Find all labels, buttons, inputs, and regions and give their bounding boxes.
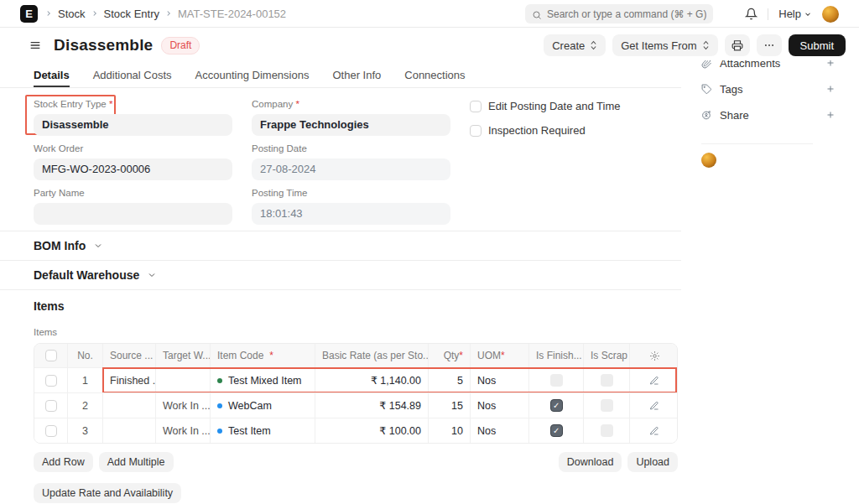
table-row: 3 Work In ... Test Item ₹ 100.00 10 Nos — [34, 418, 677, 443]
posting-date-field: 27-08-2024 — [252, 158, 450, 180]
col-source-warehouse[interactable]: Source ... — [103, 344, 156, 367]
add-tag-plus-icon[interactable] — [825, 84, 836, 94]
qty-cell[interactable]: 10 — [429, 418, 471, 443]
row-number[interactable]: 2 — [68, 393, 103, 418]
item-status-dot — [217, 429, 222, 434]
tab-accounting-dimensions[interactable]: Accounting Dimensions — [195, 62, 310, 87]
uom-cell[interactable]: Nos — [471, 418, 529, 443]
is-finished-checkbox[interactable] — [550, 424, 563, 437]
tab-other-info[interactable]: Other Info — [332, 62, 381, 87]
item-code-cell[interactable]: Test Item — [211, 418, 315, 443]
qty-cell[interactable]: 15 — [429, 393, 471, 418]
is-scrap-checkbox[interactable] — [601, 399, 613, 412]
get-items-from-button[interactable]: Get Items From — [612, 34, 717, 56]
edit-row-pencil-icon[interactable] — [630, 418, 678, 443]
download-button[interactable]: Download — [559, 452, 622, 472]
menu-icon[interactable] — [29, 39, 42, 52]
col-uom[interactable]: UOM — [471, 344, 529, 367]
breadcrumb: Stock Stock Entry MAT-STE-2024-00152 — [44, 8, 286, 20]
basic-rate-cell[interactable]: ₹ 154.89 — [315, 393, 429, 418]
item-status-dot — [217, 378, 222, 383]
source-warehouse-cell[interactable]: Finished ... — [103, 368, 156, 392]
inspection-required-checkbox[interactable]: Inspection Required — [470, 124, 586, 137]
party-name-field[interactable] — [34, 203, 232, 225]
page-header: Disassemble Draft Create Get Items From … — [0, 29, 859, 62]
help-menu[interactable]: Help — [778, 8, 812, 20]
chevron-down-icon — [804, 10, 812, 18]
add-attachment-plus-icon[interactable] — [825, 60, 836, 68]
work-order-label: Work Order — [34, 143, 232, 153]
col-target-warehouse[interactable]: Target W... — [156, 344, 211, 367]
more-actions-button[interactable] — [757, 34, 782, 56]
print-button[interactable] — [725, 34, 750, 56]
checkbox-icon — [470, 125, 482, 137]
submit-button[interactable]: Submit — [789, 34, 846, 56]
default-warehouse-section-toggle[interactable]: Default Warehouse — [0, 261, 681, 290]
sidebar-attachments[interactable]: Attachments — [701, 60, 836, 70]
create-button[interactable]: Create — [544, 34, 606, 56]
sidebar-tags[interactable]: Tags — [701, 82, 836, 96]
uom-cell[interactable]: Nos — [471, 393, 529, 418]
basic-rate-cell[interactable]: ₹ 1,140.00 — [315, 368, 429, 392]
edit-posting-date-checkbox[interactable]: Edit Posting Date and Time — [470, 100, 621, 112]
row-checkbox[interactable] — [45, 375, 57, 387]
table-settings-gear-icon[interactable] — [630, 344, 678, 367]
status-badge: Draft — [161, 37, 200, 55]
user-avatar[interactable] — [822, 6, 839, 23]
add-multiple-button[interactable]: Add Multiple — [99, 452, 174, 472]
update-rate-availability-button[interactable]: Update Rate and Availability — [34, 483, 181, 503]
uom-cell[interactable]: Nos — [471, 368, 529, 392]
target-warehouse-cell[interactable] — [156, 368, 211, 392]
work-order-field[interactable]: MFG-WO-2023-00006 — [34, 158, 232, 180]
notifications-bell-icon[interactable] — [745, 8, 757, 20]
tab-details[interactable]: Details — [34, 62, 70, 87]
target-warehouse-cell[interactable]: Work In ... — [156, 393, 211, 418]
stock-entry-type-field[interactable]: Disassemble — [34, 114, 232, 136]
company-field[interactable]: Frappe Technologies — [252, 114, 450, 136]
tab-connections[interactable]: Connections — [404, 62, 465, 87]
sidebar-share[interactable]: Share — [701, 108, 836, 122]
is-scrap-checkbox[interactable] — [601, 424, 613, 437]
edit-row-pencil-icon[interactable] — [630, 393, 678, 418]
breadcrumb-stock[interactable]: Stock — [58, 8, 86, 20]
breadcrumb-document[interactable]: MAT-STE-2024-00152 — [178, 8, 286, 20]
edit-row-pencil-icon[interactable] — [630, 368, 678, 392]
viewer-avatar[interactable] — [701, 153, 716, 168]
select-all-checkbox[interactable] — [45, 350, 57, 361]
tab-additional-costs[interactable]: Additional Costs — [93, 62, 172, 87]
qty-cell[interactable]: 5 — [429, 368, 471, 392]
source-warehouse-cell[interactable] — [103, 393, 156, 418]
col-is-scrap[interactable]: Is Scrap ... — [584, 344, 630, 367]
search-input[interactable] — [525, 4, 713, 23]
target-warehouse-cell[interactable]: Work In ... — [156, 418, 211, 443]
row-number[interactable]: 1 — [68, 368, 103, 392]
row-checkbox[interactable] — [45, 425, 57, 437]
basic-rate-cell[interactable]: ₹ 100.00 — [315, 418, 429, 443]
document-sidebar: Attachments Tags Share — [698, 60, 846, 504]
is-finished-checkbox[interactable] — [550, 399, 563, 412]
page-title: Disassemble — [54, 36, 153, 55]
upload-button[interactable]: Upload — [627, 452, 678, 472]
add-row-button[interactable]: Add Row — [34, 452, 93, 472]
row-checkbox[interactable] — [45, 400, 57, 412]
is-finished-checkbox[interactable] — [550, 374, 563, 387]
select-chevrons-icon — [590, 40, 597, 50]
breadcrumb-stock-entry[interactable]: Stock Entry — [104, 8, 159, 20]
source-warehouse-cell[interactable] — [103, 418, 156, 443]
col-is-finished[interactable]: Is Finish... — [529, 344, 584, 367]
printer-icon — [731, 39, 743, 51]
col-basic-rate[interactable]: Basic Rate (as per Sto... — [315, 344, 429, 367]
app-logo[interactable]: E — [20, 5, 38, 23]
is-scrap-checkbox[interactable] — [601, 374, 613, 387]
item-code-cell[interactable]: WebCam — [211, 393, 315, 418]
add-share-plus-icon[interactable] — [825, 110, 836, 120]
col-qty[interactable]: Qty — [429, 344, 471, 367]
bom-info-section-toggle[interactable]: BOM Info — [0, 231, 681, 261]
col-item-code[interactable]: Item Code — [211, 344, 315, 367]
row-number[interactable]: 3 — [68, 418, 103, 443]
chevron-down-icon — [93, 241, 103, 251]
item-code-cell[interactable]: Test Mixed Item — [211, 368, 315, 392]
item-status-dot — [217, 403, 222, 408]
select-chevrons-icon — [702, 40, 710, 50]
spacer — [180, 452, 553, 472]
